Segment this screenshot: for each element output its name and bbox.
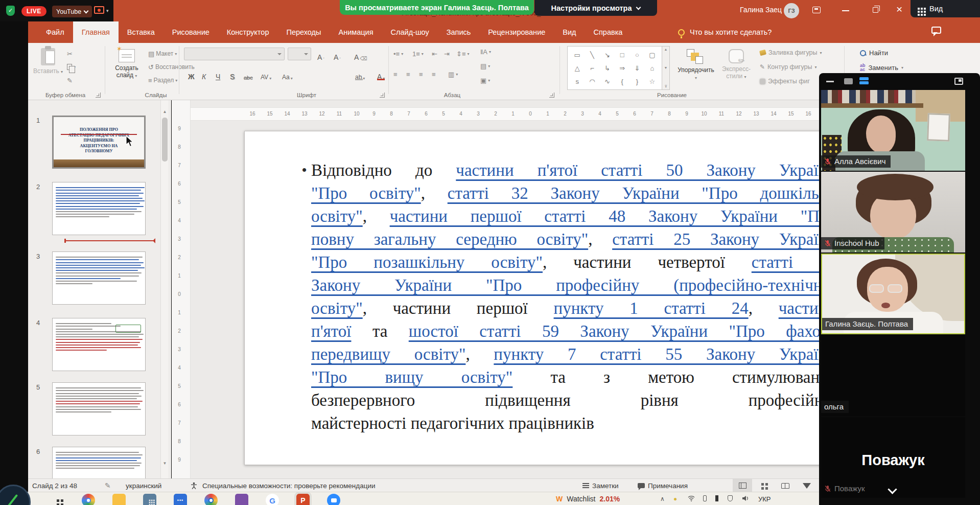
hyperlink-text[interactable]: передвищу освіту" xyxy=(311,345,465,363)
replace-button[interactable]: abacЗаменить▾ xyxy=(860,63,903,72)
shapes-gallery-scrollbar[interactable]: ▲▼⊽ xyxy=(662,46,670,90)
folder-taskbar-icon[interactable] xyxy=(112,494,126,505)
reading-view-button[interactable] xyxy=(776,479,795,492)
zoom-taskbar-icon[interactable] xyxy=(327,494,340,505)
shape-glyph[interactable]: ⌐ xyxy=(590,64,594,72)
calendar-taskbar-icon[interactable]: ••• xyxy=(174,494,187,505)
viber-taskbar-icon[interactable] xyxy=(235,494,248,505)
shape-glyph[interactable]: ☆ xyxy=(649,78,656,85)
copy-button[interactable]: ▾ xyxy=(67,61,76,73)
participant-tile-5[interactable]: ПоважукПоважук xyxy=(821,417,965,498)
shape-effects-button[interactable]: Эффекты фиг xyxy=(760,78,810,85)
find-button[interactable]: Найти xyxy=(860,49,888,57)
strikethrough-button[interactable]: abc xyxy=(244,68,253,81)
wifi-icon[interactable] xyxy=(688,495,695,503)
increase-font-button[interactable]: Аˆ xyxy=(317,49,324,61)
participant-tile-3[interactable]: Галина Заєць. Полтава xyxy=(821,254,965,334)
scroll-up-arrow[interactable]: ▲ xyxy=(161,107,169,117)
comments-button[interactable]: Примечания xyxy=(638,479,688,492)
tab-Рисование[interactable]: Рисование xyxy=(164,21,218,43)
hyperlink-text[interactable]: статті 25 Закону України xyxy=(612,230,836,248)
hyperlink-text[interactable]: Закону України "Про професійну (професій… xyxy=(311,276,836,294)
columns-button[interactable]: ▥▾ xyxy=(448,68,458,80)
shape-glyph[interactable]: s xyxy=(575,78,579,85)
character-spacing-button[interactable]: AV▾ xyxy=(261,68,271,81)
slide-thumbnail-5[interactable] xyxy=(52,382,146,435)
align-left-button[interactable]: ≡ xyxy=(393,68,398,80)
slide-thumbnail-4[interactable] xyxy=(52,318,146,371)
line-spacing-button[interactable]: ⇕≡▾ xyxy=(456,48,470,59)
slide-thumbnail-3[interactable] xyxy=(52,251,146,305)
ribbon-display-options-button[interactable] xyxy=(812,7,821,13)
language-tray[interactable]: УКР xyxy=(758,495,771,503)
justify-button[interactable]: ≡ xyxy=(432,68,436,80)
scrollbar-thumb[interactable] xyxy=(162,118,168,162)
tab-Рецензирование[interactable]: Рецензирование xyxy=(479,21,554,43)
hyperlink-text[interactable]: освіту" xyxy=(311,299,363,317)
hyperlink-text[interactable]: частини першої статті 48 Закону України … xyxy=(390,207,836,225)
panel-minimize-button[interactable] xyxy=(826,81,834,82)
font-dialog-launcher[interactable] xyxy=(380,93,385,98)
shape-outline-button[interactable]: ✎Контур фигуры▾ xyxy=(760,63,817,71)
hyperlink-text[interactable]: п'ятої xyxy=(311,322,351,340)
tab-Файл[interactable]: Файл xyxy=(37,21,73,43)
participant-tile-4[interactable]: ольга xyxy=(821,335,965,416)
cut-button[interactable]: ✂ xyxy=(67,48,73,59)
italic-button[interactable]: К xyxy=(202,68,206,81)
tab-Главная[interactable]: Главная xyxy=(73,21,119,43)
participant-tile-2[interactable]: Inschool Hub xyxy=(821,172,965,252)
font-name-combo[interactable] xyxy=(184,48,285,60)
slide-thumbnail-1[interactable]: ПОЛОЖЕННЯ ПРОАТЕСТАЦІЮ ПЕДАГОГІЧНИХПРАЦІ… xyxy=(52,116,146,169)
phone-icon[interactable] xyxy=(703,495,707,503)
shapes-gallery[interactable]: ▭╲↘□○▢△⌐↳⇒⇓⌂s◠∿{}☆ xyxy=(567,46,662,90)
text-direction-button[interactable]: ‖A▾ xyxy=(480,46,491,57)
shape-glyph[interactable]: ⇓ xyxy=(635,64,640,72)
align-text-button[interactable]: ▤▾ xyxy=(480,60,490,72)
account-name[interactable]: Галина Заец xyxy=(740,6,782,14)
numbering-button[interactable]: 1≡▾ xyxy=(412,48,424,59)
layout-button[interactable]: ▤Макет▾ xyxy=(148,48,177,59)
calculator-taskbar-icon[interactable] xyxy=(143,494,156,505)
thumbnails-scrollbar[interactable]: ▲ ▼ xyxy=(160,100,168,478)
notes-button[interactable]: Заметки xyxy=(582,479,619,492)
normal-view-button[interactable] xyxy=(733,479,752,492)
hyperlink-text[interactable]: статті 32 Закону України "Про дошкільну xyxy=(448,184,836,202)
watchlist-widget[interactable]: W Watchlist 2.01% xyxy=(556,495,620,503)
shape-glyph[interactable]: ↘ xyxy=(604,51,610,59)
shape-glyph[interactable]: ○ xyxy=(635,51,639,59)
screencast-icon[interactable] xyxy=(94,6,104,14)
underline-button[interactable]: Ч xyxy=(216,68,220,81)
shape-glyph[interactable]: ⇒ xyxy=(619,64,625,72)
shape-glyph[interactable]: ◠ xyxy=(589,78,595,85)
hyperlink-text[interactable]: "Про позашкільну освіту" xyxy=(311,253,543,271)
font-color-button[interactable]: А▾ xyxy=(377,68,385,81)
windows-start-taskbar-icon[interactable] xyxy=(51,494,64,505)
hyperlink-text[interactable]: "Про освіту" xyxy=(311,184,421,202)
decrease-font-button[interactable]: Аˇ xyxy=(334,49,341,61)
convert-smartart-button[interactable]: ▣▾ xyxy=(480,75,490,86)
hyperlink-text[interactable]: пункту 7 статті 55 Закону України xyxy=(494,345,836,363)
decrease-indent-button[interactable]: ⇤ xyxy=(432,48,437,59)
tab-Переходы[interactable]: Переходы xyxy=(277,21,330,43)
slideshow-button[interactable] xyxy=(797,479,816,492)
tray-expand-icon[interactable]: ∧ xyxy=(660,495,665,502)
language-indicator[interactable]: украинский xyxy=(126,479,161,492)
shape-glyph[interactable]: ↳ xyxy=(604,64,610,72)
restore-button[interactable] xyxy=(873,7,878,13)
shape-glyph[interactable]: ▢ xyxy=(649,51,655,59)
tab-Запись[interactable]: Запись xyxy=(438,21,480,43)
tab-Анимация[interactable]: Анимация xyxy=(330,21,382,43)
bullets-button[interactable]: •≡▾ xyxy=(393,48,403,59)
chrome-taskbar-icon[interactable] xyxy=(82,494,95,505)
accessibility-status[interactable]: Специальные возможности: проверьте реком… xyxy=(202,479,376,492)
comments-icon[interactable] xyxy=(931,27,941,34)
shape-glyph[interactable]: ╲ xyxy=(590,51,594,59)
slide-sorter-button[interactable] xyxy=(754,479,774,492)
minimize-button[interactable] xyxy=(842,10,849,11)
hyperlink-text[interactable]: шостої статті 59 Закону України "Про фах… xyxy=(409,322,836,340)
edge-taskbar-icon[interactable] xyxy=(204,494,218,505)
section-button[interactable]: ≡Раздел▾ xyxy=(148,75,177,86)
annotation-pencil-widget[interactable] xyxy=(0,485,31,505)
powerpoint-taskbar-icon[interactable]: P xyxy=(296,494,310,505)
bold-button[interactable]: Ж xyxy=(188,68,195,81)
